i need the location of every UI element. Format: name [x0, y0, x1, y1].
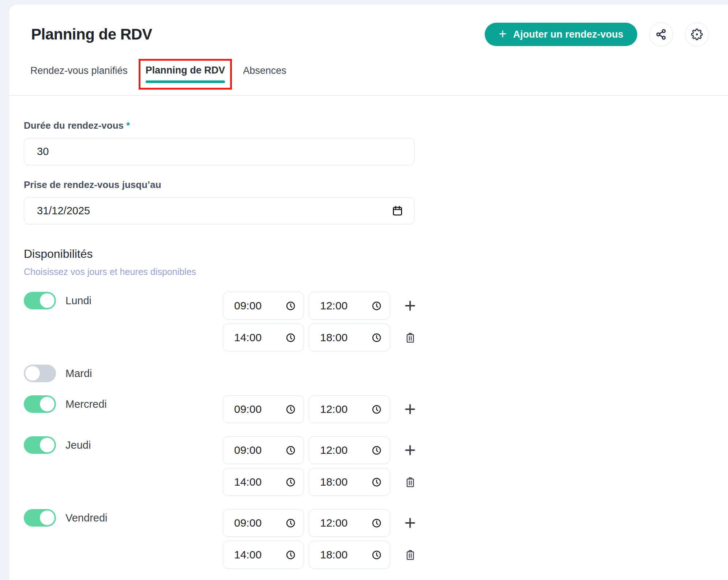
end-time-input[interactable]: 18:00 [309, 324, 390, 351]
day-left-lundi: Lundi [24, 292, 223, 309]
clock-icon [286, 333, 296, 343]
booking-until-field-group: Prise de rendez-vous jusqu’au 31/12/2025 [24, 179, 728, 225]
add-appointment-button[interactable]: + Ajouter un rendez-vous [485, 23, 637, 46]
day-toggle-mardi[interactable] [24, 365, 56, 382]
toggle-knob [40, 438, 55, 452]
slot-row: 14:00 18:00 [223, 324, 418, 351]
time-value: 09:00 [234, 517, 262, 529]
clock-icon [286, 445, 296, 455]
day-row-mardi: Mardi [24, 365, 728, 382]
end-time-input[interactable]: 12:00 [309, 436, 390, 464]
planning-card: Planning de RDV + Ajouter un rendez-vous [9, 5, 728, 580]
booking-until-value: 31/12/2025 [37, 205, 90, 217]
slot-row: 09:00 12:00 [223, 509, 418, 537]
day-toggle-lundi[interactable] [24, 292, 56, 309]
page-title: Planning de RDV [31, 26, 152, 43]
delete-slot-button-vendredi[interactable] [402, 541, 418, 569]
day-slots-jeudi: 09:00 12:00 14:00 18:00 [223, 436, 418, 496]
booking-until-label: Prise de rendez-vous jusqu’au [24, 179, 728, 191]
clock-icon [372, 518, 382, 528]
toggle-knob [40, 293, 55, 308]
availability-subtitle: Choisissez vos jours et heures disponibl… [24, 267, 728, 277]
slot-row: 09:00 12:00 [223, 292, 418, 320]
duration-label: Durée du rendez-vous* [24, 120, 728, 131]
duration-input[interactable]: 30 [24, 138, 414, 165]
tab-rendez-vous-planifies[interactable]: Rendez-vous planifiés [30, 59, 128, 76]
add-slot-button-vendredi[interactable] [402, 509, 418, 537]
day-toggle-jeudi[interactable] [24, 436, 56, 454]
annotation-highlight-box: Planning de RDV [139, 59, 232, 90]
share-button[interactable] [649, 22, 673, 46]
time-value: 14:00 [234, 549, 262, 561]
time-value: 18:00 [320, 331, 348, 344]
time-value: 12:00 [320, 444, 348, 456]
end-time-input[interactable]: 12:00 [309, 292, 390, 320]
add-slot-button-jeudi[interactable] [402, 436, 418, 464]
trash-icon [405, 332, 416, 343]
day-label-lundi: Lundi [65, 295, 91, 307]
clock-icon [286, 518, 296, 528]
start-time-input[interactable]: 09:00 [223, 509, 304, 537]
booking-until-date-input[interactable]: 31/12/2025 [24, 197, 414, 225]
time-value: 09:00 [234, 403, 262, 415]
tab-absences[interactable]: Absences [243, 59, 286, 76]
time-value: 12:00 [320, 517, 348, 529]
day-left-mardi: Mardi [24, 365, 223, 382]
time-value: 12:00 [320, 300, 348, 312]
time-value: 18:00 [320, 476, 348, 488]
plus-icon: + [499, 27, 506, 41]
time-value: 09:00 [234, 444, 262, 456]
end-time-input[interactable]: 12:00 [309, 395, 390, 423]
start-time-input[interactable]: 14:00 [223, 541, 304, 569]
clock-icon [286, 550, 296, 560]
day-row-mercredi: Mercredi09:00 12:00 [24, 395, 728, 423]
day-row-vendredi: Vendredi09:00 12:00 14:00 18:00 [24, 509, 728, 569]
availability-days-list: Lundi09:00 12:00 14:00 18:00 MardiMercre… [24, 292, 728, 569]
end-time-input[interactable]: 18:00 [309, 541, 390, 569]
end-time-input[interactable]: 18:00 [309, 468, 390, 496]
tab-planning-de-rdv[interactable]: Planning de RDV [146, 65, 225, 83]
slot-row: 14:00 18:00 [223, 541, 418, 569]
add-slot-button-lundi[interactable] [402, 292, 418, 320]
add-slot-button-mercredi[interactable] [402, 395, 418, 423]
start-time-input[interactable]: 09:00 [223, 395, 304, 423]
start-time-input[interactable]: 09:00 [223, 436, 304, 464]
toggle-knob [40, 397, 55, 411]
clock-icon [372, 550, 382, 560]
day-left-jeudi: Jeudi [24, 436, 223, 454]
settings-button[interactable] [685, 22, 709, 46]
availability-title: Disponibilités [24, 247, 728, 261]
plus-icon [404, 403, 416, 415]
toggle-knob [40, 511, 55, 525]
delete-slot-button-lundi[interactable] [402, 324, 418, 351]
clock-icon [372, 445, 382, 455]
day-label-mardi: Mardi [65, 368, 92, 380]
day-label-jeudi: Jeudi [65, 439, 91, 451]
trash-icon [405, 549, 416, 561]
end-time-input[interactable]: 12:00 [309, 509, 390, 537]
day-row-jeudi: Jeudi09:00 12:00 14:00 18:00 [24, 436, 728, 496]
card-header: Planning de RDV + Ajouter un rendez-vous [9, 5, 728, 46]
clock-icon [286, 404, 296, 414]
planning-form: Durée du rendez-vous* 30 Prise de rendez… [9, 96, 728, 569]
calendar-icon[interactable] [392, 205, 403, 216]
start-time-input[interactable]: 09:00 [223, 292, 304, 320]
plus-icon [404, 300, 416, 312]
start-time-input[interactable]: 14:00 [223, 468, 304, 496]
clock-icon [286, 301, 296, 311]
clock-icon [372, 333, 382, 343]
day-toggle-mercredi[interactable] [24, 395, 56, 413]
tab-bar: Rendez-vous planifiés Planning de RDV Ab… [9, 59, 728, 90]
day-left-vendredi: Vendredi [24, 509, 223, 527]
time-value: 14:00 [234, 331, 262, 344]
plus-icon [404, 517, 416, 529]
duration-field-group: Durée du rendez-vous* 30 [24, 120, 728, 165]
clock-icon [372, 477, 382, 487]
start-time-input[interactable]: 14:00 [223, 324, 304, 351]
time-value: 18:00 [320, 549, 348, 561]
day-left-mercredi: Mercredi [24, 395, 223, 413]
day-toggle-vendredi[interactable] [24, 509, 56, 527]
day-slots-mercredi: 09:00 12:00 [223, 395, 418, 423]
delete-slot-button-jeudi[interactable] [402, 468, 418, 496]
day-slots-lundi: 09:00 12:00 14:00 18:00 [223, 292, 418, 351]
